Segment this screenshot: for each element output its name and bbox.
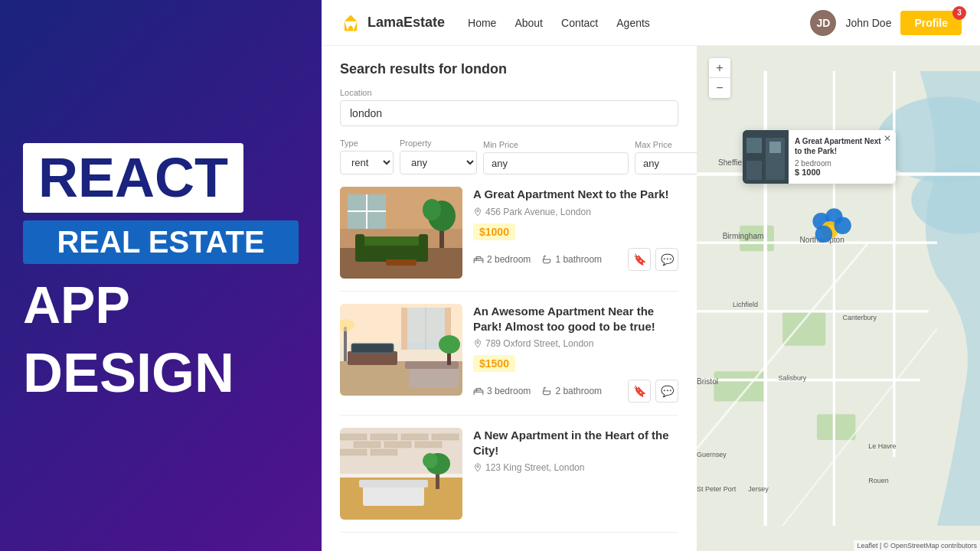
- svg-point-50: [423, 453, 438, 468]
- app-window: LamaEstate Home About Contact Agents JD …: [322, 0, 980, 551]
- svg-rect-9: [359, 236, 428, 246]
- property-features-2: 3 bedroom 2 bathroom 🔖 💬: [473, 380, 678, 403]
- avatar: JD: [810, 10, 836, 36]
- banner-react-label: REACT: [23, 143, 243, 213]
- min-price-filter: Min Price: [483, 140, 629, 174]
- bathroom-feature-1: 1 bathroom: [541, 254, 602, 265]
- type-select[interactable]: rent buy: [340, 151, 394, 174]
- popup-price: $ 1000: [795, 168, 890, 177]
- chat-button-1[interactable]: 💬: [655, 248, 678, 271]
- svg-rect-58: [817, 414, 855, 440]
- svg-rect-39: [432, 434, 459, 440]
- logo-icon: [340, 12, 361, 34]
- type-label: Type: [340, 139, 394, 148]
- username-label: John Doe: [845, 17, 891, 29]
- property-actions-2: 🔖 💬: [628, 380, 678, 403]
- svg-text:Salisbury: Salisbury: [779, 374, 807, 382]
- max-price-label: Max Price: [635, 140, 697, 149]
- navbar: LamaEstate Home About Contact Agents JD …: [322, 0, 980, 46]
- map-popup: A Great Apartment Next to the Park! 2 be…: [743, 130, 896, 184]
- map-attribution: Leaflet | © OpenStreetMap contributors: [854, 540, 980, 551]
- nav-contact[interactable]: Contact: [561, 17, 598, 29]
- property-info-1: A Great Apartment Next to the Park! 456 …: [473, 187, 678, 279]
- svg-rect-42: [415, 442, 442, 448]
- map-zoom-controls: + −: [709, 58, 730, 98]
- logo-text: LamaEstate: [368, 15, 445, 31]
- svg-rect-40: [354, 442, 381, 448]
- search-results-title: Search results for london: [340, 61, 678, 77]
- svg-point-33: [477, 341, 479, 344]
- logo[interactable]: LamaEstate: [340, 12, 445, 34]
- nav-about[interactable]: About: [514, 17, 543, 29]
- property-actions-1: 🔖 💬: [628, 248, 678, 271]
- property-card-2: An Awesome Apartment Near the Park! Almo…: [340, 292, 678, 416]
- property-label: Property: [400, 139, 477, 148]
- property-image-2[interactable]: [340, 304, 462, 396]
- property-select[interactable]: any apartment house: [400, 151, 477, 174]
- property-image-3[interactable]: [340, 428, 462, 520]
- svg-point-51: [477, 465, 479, 468]
- property-title-1[interactable]: A Great Apartment Next to the Park!: [473, 187, 678, 202]
- property-info-3: A New Apartment in the Heart of the City…: [473, 428, 678, 520]
- min-price-label: Min Price: [483, 140, 629, 149]
- property-card-3: A New Apartment in the Heart of the City…: [340, 416, 678, 533]
- nav-home[interactable]: Home: [468, 17, 496, 29]
- save-button-1[interactable]: 🔖: [628, 248, 651, 271]
- location-icon-3: [473, 463, 482, 472]
- location-input[interactable]: [340, 100, 678, 126]
- banner-real-estate-label: REAL ESTATE: [23, 220, 299, 264]
- banner-app-label: APP: [23, 272, 130, 338]
- bedroom-feature-2: 3 bedroom: [473, 386, 531, 396]
- popup-bedroom: 2 bedroom: [795, 159, 890, 168]
- features-list-1: 2 bedroom 1 bathroom: [473, 254, 602, 265]
- property-address-1: 456 Park Avenue, London: [473, 207, 678, 217]
- property-card-1: A Great Apartment Next to the Park! 456 …: [340, 174, 678, 292]
- left-banner: REACT REAL ESTATE APP DESIGN: [0, 0, 322, 551]
- features-list-2: 3 bedroom 2 bathroom: [473, 386, 602, 396]
- property-image-1[interactable]: [340, 187, 462, 279]
- nav-agents[interactable]: Agents: [616, 17, 650, 29]
- banner-design-label: DESIGN: [23, 338, 234, 408]
- location-icon-2: [473, 339, 482, 348]
- popup-close-button[interactable]: ✕: [884, 133, 891, 144]
- save-button-2[interactable]: 🔖: [628, 380, 651, 403]
- property-title-3[interactable]: A New Apartment in the Heart of the City…: [473, 428, 678, 458]
- svg-rect-25: [351, 344, 394, 353]
- svg-point-85: [815, 226, 832, 243]
- bath-icon-1: [541, 254, 552, 265]
- svg-rect-88: [746, 161, 762, 180]
- profile-button[interactable]: Profile 3: [900, 11, 962, 35]
- profile-badge: 3: [952, 6, 966, 20]
- svg-point-15: [423, 199, 441, 220]
- map-panel: Sheffield Lincoln Birmingham Lichfield N…: [697, 46, 980, 551]
- listings-panel: Search results for london Location Type …: [322, 46, 697, 551]
- min-price-input[interactable]: [483, 152, 629, 174]
- nav-links: Home About Contact Agents: [468, 17, 810, 29]
- location-icon-1: [473, 207, 482, 217]
- popup-title: A Great Apartment Next to the Park!: [795, 136, 890, 156]
- svg-rect-44: [371, 449, 397, 455]
- bath-icon-2: [541, 386, 552, 396]
- property-address-3: 123 King Street, London: [473, 462, 678, 473]
- max-price-filter: Max Price: [635, 140, 697, 174]
- svg-rect-24: [348, 351, 397, 365]
- svg-rect-90: [769, 142, 781, 153]
- chat-button-2[interactable]: 💬: [655, 380, 678, 403]
- zoom-in-button[interactable]: +: [709, 58, 730, 78]
- svg-point-84: [834, 217, 851, 233]
- svg-rect-56: [782, 311, 825, 346]
- svg-rect-21: [401, 308, 407, 350]
- type-filter: Type rent buy: [340, 139, 394, 174]
- filters-row: Type rent buy Property any apartment hou…: [340, 139, 678, 174]
- svg-text:Jersey: Jersey: [748, 485, 769, 493]
- svg-point-32: [439, 335, 460, 354]
- zoom-out-button[interactable]: −: [709, 78, 730, 98]
- property-filter: Property any apartment house: [400, 139, 477, 174]
- svg-point-16: [477, 210, 479, 212]
- property-features-1: 2 bedroom 1 bathroom 🔖 💬: [473, 248, 678, 271]
- property-title-2[interactable]: An Awesome Apartment Near the Park! Almo…: [473, 304, 678, 334]
- svg-rect-36: [340, 434, 367, 440]
- max-price-input[interactable]: [635, 152, 697, 174]
- svg-rect-87: [746, 138, 762, 153]
- map-background: Sheffield Lincoln Birmingham Lichfield N…: [697, 46, 980, 551]
